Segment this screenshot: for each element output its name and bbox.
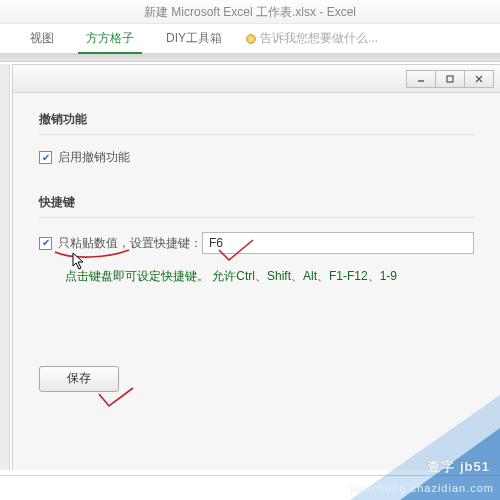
ribbon-tab-label: 方方格子 — [86, 31, 134, 45]
window-title: 新建 Microsoft Excel 工作表.xlsx - Excel — [0, 0, 500, 24]
watermark-text-1: 查字 jb51 — [427, 458, 490, 476]
shortcut-hint-text: 点击键盘即可设定快捷键。 允许Ctrl、Shift、Alt、F1-F12、1-9 — [65, 269, 397, 283]
section-title-undo: 撤销功能 — [39, 111, 474, 135]
annotation-mark — [217, 242, 257, 269]
paste-values-checkbox[interactable] — [39, 237, 52, 250]
dialog-body: 撤销功能 启用撤销功能 快捷键 只粘贴数值，设置快捷键： 点击键盘即可设定快捷键… — [13, 93, 500, 410]
maximize-button[interactable] — [435, 70, 465, 88]
cursor-icon — [72, 252, 86, 273]
section-title-undo-text: 撤销功能 — [39, 112, 87, 126]
enable-undo-row: 启用撤销功能 — [39, 149, 474, 166]
section-title-shortcut: 快捷键 — [39, 194, 474, 218]
dialog-titlebar — [13, 65, 500, 93]
ribbon-tab-diy[interactable]: DIY工具箱 — [158, 26, 230, 53]
annotation-mark — [97, 388, 137, 415]
save-area: 保存 — [39, 366, 474, 392]
left-gutter — [0, 64, 10, 470]
ribbon: 视图 方方格子 DIY工具箱 告诉我您想要做什么... — [0, 24, 500, 54]
save-button-label: 保存 — [67, 371, 91, 385]
annotation-mark — [53, 248, 133, 265]
paste-values-row: 只粘贴数值，设置快捷键： — [39, 232, 474, 254]
enable-undo-checkbox[interactable] — [39, 151, 52, 164]
section-title-shortcut-text: 快捷键 — [39, 195, 75, 209]
ribbon-tab-view[interactable]: 视图 — [22, 26, 62, 53]
close-button[interactable] — [464, 70, 494, 88]
svg-rect-1 — [447, 76, 453, 82]
tell-me-placeholder: 告诉我您想要做什么... — [260, 30, 378, 47]
ribbon-tab-fanggezi[interactable]: 方方格子 — [78, 26, 142, 53]
minimize-button[interactable] — [406, 70, 436, 88]
lightbulb-icon — [246, 34, 256, 44]
watermark-text-2: jiaocheng.chazidian.com — [351, 482, 494, 494]
ribbon-tab-label: DIY工具箱 — [166, 31, 222, 45]
shortcut-hint: 点击键盘即可设定快捷键。 允许Ctrl、Shift、Alt、F1-F12、1-9 — [65, 266, 474, 288]
ribbon-divider — [0, 54, 500, 62]
tell-me-search[interactable]: 告诉我您想要做什么... — [246, 30, 378, 53]
enable-undo-label: 启用撤销功能 — [58, 149, 130, 166]
ribbon-tab-label: 视图 — [30, 31, 54, 45]
window-title-text: 新建 Microsoft Excel 工作表.xlsx - Excel — [144, 5, 356, 19]
